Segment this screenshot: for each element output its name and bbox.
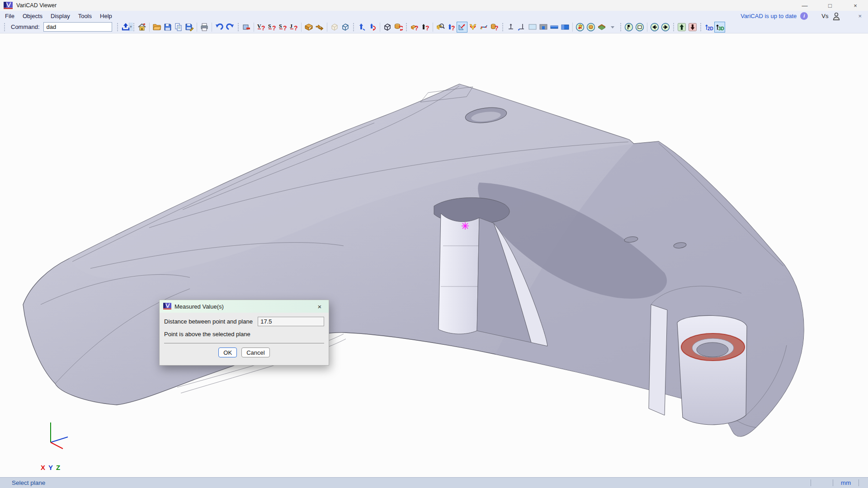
axis-tool-icon[interactable]: [505, 22, 516, 33]
toolbar-grip[interactable]: [502, 23, 503, 31]
viewport-shaded-icon[interactable]: [538, 22, 549, 33]
view-previous-icon[interactable]: [649, 22, 660, 33]
toolbar-separator: [301, 23, 302, 32]
ok-button[interactable]: OK: [218, 347, 237, 357]
calc-volume-icon[interactable]: V?: [256, 22, 267, 33]
title-bar[interactable]: VariCAD Viewer —□×: [0, 0, 868, 11]
svg-text:S: S: [279, 23, 282, 29]
toolbar-grip[interactable]: [353, 23, 354, 31]
solid-preview-icon[interactable]: [329, 22, 340, 33]
info-icon[interactable]: i: [800, 12, 808, 20]
transform-cube-icon[interactable]: [382, 22, 393, 33]
toolbar-grip[interactable]: [673, 23, 674, 31]
view-next-icon[interactable]: [660, 22, 671, 33]
toolbar-grip[interactable]: [406, 23, 407, 31]
toolbar-separator: [149, 23, 150, 32]
cancel-button[interactable]: Cancel: [241, 347, 269, 357]
svg-text:?: ?: [283, 24, 287, 32]
copy-icon[interactable]: [173, 22, 184, 33]
mode-3d-icon[interactable]: 3D: [714, 22, 725, 33]
zoom-previous-icon[interactable]: [575, 22, 585, 33]
minimize-icon[interactable]: —: [792, 0, 817, 11]
toolbar-grip[interactable]: [4, 23, 5, 31]
toolbar-icons: V?S?S?J?????2D3D: [115, 22, 725, 33]
svg-text:?: ?: [294, 24, 298, 32]
pane-full-icon[interactable]: [560, 22, 571, 33]
calc-section-icon[interactable]: S?: [278, 22, 288, 33]
distance-field-label: Distance between point and plane: [164, 318, 258, 325]
user-account-icon[interactable]: [832, 12, 841, 20]
save-as-icon[interactable]: [184, 22, 195, 33]
model-viewport[interactable]: XYZ Measured Value(s) × Distance between…: [0, 33, 868, 477]
load-view-icon[interactable]: [676, 22, 687, 33]
wireframe-view-icon[interactable]: [340, 22, 351, 33]
toolbar-grip[interactable]: [700, 23, 701, 31]
notification-close-icon[interactable]: ×: [858, 13, 862, 19]
dialog-title-bar[interactable]: Measured Value(s) ×: [160, 300, 329, 313]
axis-labels: XYZ: [41, 464, 60, 471]
calc-surface-icon[interactable]: S?: [267, 22, 278, 33]
status-cells: mm: [811, 478, 868, 488]
save-view-icon[interactable]: [687, 22, 698, 33]
dialog-body: Distance between point and plane 17.5 Po…: [160, 313, 329, 357]
zoom-factor-icon[interactable]: [623, 22, 634, 33]
menu-tools[interactable]: Tools: [74, 13, 96, 19]
redo-icon[interactable]: [225, 22, 236, 33]
home-icon[interactable]: [137, 22, 147, 33]
send-command-icon[interactable]: [120, 22, 131, 33]
calc-inertia-icon[interactable]: J?: [288, 22, 299, 33]
zoom-on-solid-icon[interactable]: [585, 22, 596, 33]
rotate-object-icon[interactable]: [367, 22, 378, 33]
command-label: Command:: [11, 23, 40, 30]
svg-text:3D: 3D: [718, 26, 724, 31]
measure-point-plane-icon[interactable]: [457, 22, 467, 33]
zoom-solid-icon[interactable]: [435, 22, 446, 33]
toolbar-grip[interactable]: [117, 23, 118, 31]
svg-text:?: ?: [451, 24, 455, 32]
mode-2d-icon[interactable]: 2D: [703, 22, 714, 33]
svg-text:?: ?: [272, 24, 276, 32]
axis-label-z: Z: [56, 464, 60, 471]
pane-split-icon[interactable]: [549, 22, 560, 33]
toolbar-grip[interactable]: [133, 23, 134, 31]
toolbar-separator: [254, 23, 254, 32]
maximize-icon[interactable]: □: [817, 0, 843, 11]
viewport-plain-icon[interactable]: [527, 22, 538, 33]
cad-model[interactable]: [0, 33, 868, 477]
toolbar-grip[interactable]: [620, 23, 621, 31]
import-export-icon[interactable]: [314, 22, 325, 33]
toolbar-separator: [572, 23, 573, 32]
close-icon[interactable]: ×: [843, 0, 868, 11]
undo-icon[interactable]: [214, 22, 225, 33]
axis-triad: [51, 422, 68, 449]
save-icon[interactable]: [162, 22, 173, 33]
identify-solid-icon[interactable]: ?: [409, 22, 420, 33]
print-icon[interactable]: [199, 22, 210, 33]
dialog-close-icon[interactable]: ×: [314, 303, 325, 310]
boss-cylinder[interactable]: [649, 305, 747, 425]
identify-point-icon[interactable]: ?: [420, 22, 431, 33]
toolbar-separator: [197, 23, 197, 32]
render-mode-dropdown-icon[interactable]: [607, 22, 618, 33]
toolbar-separator: [380, 23, 380, 32]
rotate-solid-icon[interactable]: [393, 22, 404, 33]
status-bar: Select plane mm: [0, 477, 868, 488]
distance-value-field[interactable]: 17.5: [258, 317, 324, 326]
menu-file[interactable]: File: [1, 13, 19, 19]
render-mode-icon[interactable]: [596, 22, 607, 33]
menu-display[interactable]: Display: [47, 13, 74, 19]
menu-objects[interactable]: Objects: [19, 13, 47, 19]
varicad-viewer-window: { "window": { "title": "VariCAD Viewer",…: [0, 0, 868, 488]
measure-cylinder-icon[interactable]: ?: [489, 22, 500, 33]
plane-tool-icon[interactable]: [516, 22, 527, 33]
zoom-window-icon[interactable]: [634, 22, 645, 33]
pan-view-icon[interactable]: [241, 22, 252, 33]
measure-curve-icon[interactable]: [478, 22, 489, 33]
open-file-icon[interactable]: [151, 22, 162, 33]
measure-point-icon[interactable]: ?: [446, 22, 457, 33]
toolbar-grip[interactable]: [238, 23, 239, 31]
menu-help[interactable]: Help: [96, 13, 116, 19]
move-object-icon[interactable]: [356, 22, 367, 33]
insert-part-icon[interactable]: [303, 22, 314, 33]
measure-angle-icon[interactable]: [467, 22, 478, 33]
